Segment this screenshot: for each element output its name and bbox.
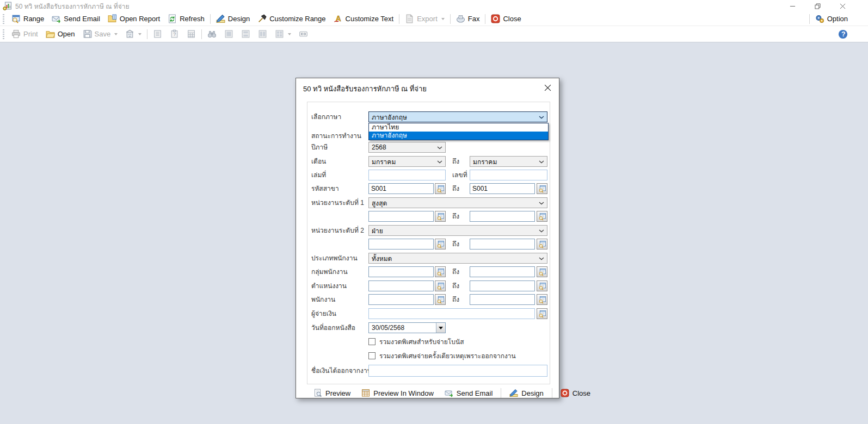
building-icon: [125, 29, 134, 39]
issue-date-dropdown-button[interactable]: [436, 323, 445, 333]
option-button[interactable]: Option: [811, 13, 852, 25]
branch-to-lookup-button[interactable]: [537, 183, 547, 194]
employee-to-input[interactable]: [470, 294, 535, 305]
org-level1-from-input[interactable]: [368, 211, 434, 222]
org-level2-from-lookup-button[interactable]: [435, 239, 446, 250]
include-bonus-checkbox[interactable]: [368, 338, 375, 345]
send-email-button[interactable]: Send Email: [48, 13, 103, 25]
customize-range-button[interactable]: Customize Range: [254, 13, 329, 25]
report-criteria-dialog: 50 ทวิ หนังสือรับรองการหักภาษี ณ ที่จ่าย…: [296, 78, 559, 398]
open-report-label: Open Report: [120, 15, 160, 23]
issue-date-picker[interactable]: 30/05/2568: [368, 322, 446, 333]
help-icon: [838, 29, 848, 39]
month-from-combobox[interactable]: มกราคม: [368, 156, 446, 167]
minimize-icon: [790, 3, 796, 9]
lookup-icon: [436, 240, 445, 248]
book-no-label: เล่มที่: [311, 170, 326, 180]
open-folder-icon: [46, 29, 55, 39]
close-button[interactable]: Close: [487, 13, 525, 25]
employee-group-to-lookup-button[interactable]: [537, 266, 547, 277]
dropdown-option-thai[interactable]: ภาษาไทย: [369, 123, 548, 132]
payer-lookup-button[interactable]: [537, 308, 547, 319]
fit-page-icon: [299, 29, 308, 39]
org-level2-label: หน่วยงานระดับที่ 2: [311, 225, 364, 236]
preview-in-window-button[interactable]: Preview In Window: [357, 387, 438, 399]
tax-year-combobox[interactable]: 2568: [368, 142, 446, 153]
issue-date-label: วันที่ออกหนังสือ: [311, 322, 355, 333]
fax-label: Fax: [468, 15, 480, 23]
org-level1-label: หน่วยงานระดับที่ 1: [311, 197, 364, 208]
employee-group-to-input[interactable]: [470, 266, 535, 277]
language-combobox[interactable]: ภาษาอังกฤษ: [368, 111, 547, 122]
to-label: ถึง: [452, 211, 459, 222]
data-table-button: [183, 28, 200, 40]
job-position-to-input[interactable]: [470, 280, 535, 291]
org-level2-to-lookup-button[interactable]: [537, 239, 547, 250]
branch-from-lookup-button[interactable]: [435, 183, 446, 194]
job-position-to-lookup-button[interactable]: [537, 280, 547, 291]
book-no-input[interactable]: [368, 170, 446, 180]
dialog-close-action-button[interactable]: Close: [556, 387, 595, 399]
branch-to-input[interactable]: [470, 183, 535, 194]
fax-button[interactable]: Fax: [452, 13, 484, 25]
dropdown-option-english[interactable]: ภาษาอังกฤษ: [369, 132, 548, 140]
refresh-button[interactable]: Refresh: [164, 13, 208, 25]
payer-input[interactable]: [368, 308, 535, 319]
dialog-footer: Preview Preview In Window Send Email Des…: [309, 387, 595, 399]
footer-separator: [501, 388, 501, 398]
employee-from-input[interactable]: [368, 294, 434, 305]
dialog-send-email-button[interactable]: Send Email: [440, 387, 497, 399]
month-to-combobox[interactable]: มกราคม: [470, 156, 547, 167]
org-level1-to-lookup-button[interactable]: [537, 211, 547, 222]
branch-from-input[interactable]: [368, 183, 434, 194]
close-label: Close: [503, 15, 521, 23]
dialog-close-button[interactable]: [543, 83, 552, 92]
window-close-button[interactable]: [830, 0, 855, 12]
employee-group-from-input[interactable]: [368, 266, 434, 277]
termination-income-name-input[interactable]: [368, 365, 547, 377]
include-onetime-checkbox[interactable]: [368, 352, 375, 359]
work-status-label: สถานะการทำงาน: [311, 130, 361, 141]
design-button[interactable]: Design: [212, 13, 254, 25]
job-position-from-input[interactable]: [368, 280, 434, 291]
job-position-from-lookup-button[interactable]: [435, 280, 446, 291]
range-label: Range: [23, 15, 44, 23]
lookup-icon: [538, 268, 546, 276]
org-level2-from-input[interactable]: [368, 239, 434, 250]
customize-text-button[interactable]: Customize Text: [330, 13, 398, 25]
to-label: ถึง: [452, 156, 459, 167]
close-x-icon: [544, 84, 551, 91]
window-controls: [780, 0, 855, 12]
minimize-button[interactable]: [780, 0, 805, 12]
employee-type-combobox[interactable]: ทั้งหมด: [368, 253, 547, 264]
employee-to-lookup-button[interactable]: [537, 294, 547, 305]
help-button[interactable]: [834, 28, 852, 40]
org-level2-to-input[interactable]: [470, 239, 535, 250]
fit-page-button: [295, 28, 312, 40]
close-icon: [491, 14, 500, 23]
customize-text-icon: [334, 14, 343, 23]
customize-range-icon: [257, 14, 267, 23]
language-label: เลือกภาษา: [311, 111, 341, 122]
org-level2-combobox[interactable]: ฝ่าย: [368, 225, 547, 236]
range-button[interactable]: Range: [8, 13, 48, 25]
toolbar-separator: [485, 14, 485, 24]
window-titlebar: 50 ทวิ หนังสือรับรองการหักภาษี ณ ที่จ่าย: [0, 0, 868, 12]
month-from-value: มกราคม: [372, 157, 396, 167]
org-level2-value: ฝ่าย: [372, 226, 383, 236]
org-level1-combobox[interactable]: สูงสุด: [368, 197, 547, 208]
lookup-icon: [436, 268, 445, 276]
dialog-design-button[interactable]: Design: [505, 387, 547, 399]
lookup-icon: [436, 213, 445, 221]
toolbar-separator: [147, 29, 147, 39]
open-button[interactable]: Open: [42, 28, 79, 40]
org-level1-from-lookup-button[interactable]: [435, 211, 446, 222]
org-level1-to-input[interactable]: [470, 211, 535, 222]
number-input[interactable]: [470, 170, 547, 180]
open-report-button[interactable]: Open Report: [104, 13, 164, 25]
employee-from-lookup-button[interactable]: [435, 294, 446, 305]
restore-icon: [815, 3, 821, 9]
restore-button[interactable]: [805, 0, 830, 12]
preview-button[interactable]: Preview: [309, 387, 355, 399]
employee-group-from-lookup-button[interactable]: [435, 266, 446, 277]
